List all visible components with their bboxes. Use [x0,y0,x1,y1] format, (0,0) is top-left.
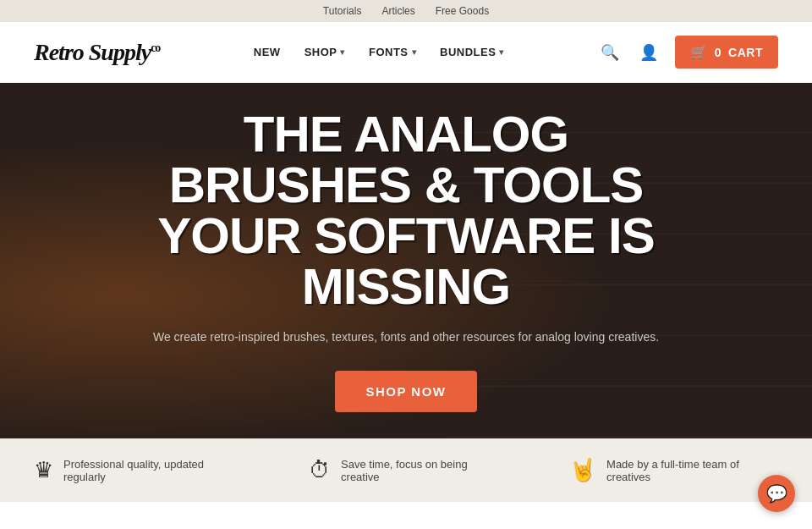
nav-shop[interactable]: SHOP ▾ [304,46,345,58]
crown-icon: ♛ [34,457,53,483]
hero-content: THE ANALOG BRUSHES & TOOLS YOUR SOFTWARE… [118,109,694,411]
account-button[interactable]: 👤 [636,40,661,65]
timer-icon: ⏱ [309,457,331,483]
search-button[interactable]: 🔍 [597,40,623,65]
bundles-chevron-icon: ▾ [499,47,504,57]
features-bar: ♛ Professional quality, updated regularl… [0,438,812,502]
main-nav: NEW SHOP ▾ FONTS ▾ BUNDLES ▾ [254,46,504,58]
top-bar: Tutorials Articles Free Goods [0,0,812,22]
shop-now-button[interactable]: SHOP NOW [335,371,476,412]
header: Retro Supplyco NEW SHOP ▾ FONTS ▾ BUNDLE… [0,22,812,83]
feature-team: 🤘 Made by a full-time team of creatives [569,457,778,483]
feature-time: ⏱ Save time, focus on being creative [309,457,502,483]
fonts-chevron-icon: ▾ [412,47,417,57]
logo-suffix: co [151,41,160,53]
user-icon: 👤 [639,44,658,61]
chat-button[interactable]: 💬 [758,475,795,512]
chat-icon: 💬 [766,483,787,504]
feature-quality: ♛ Professional quality, updated regularl… [34,457,241,483]
top-bar-tutorials[interactable]: Tutorials [323,5,362,17]
header-actions: 🔍 👤 🛒 0 CART [597,36,778,69]
rock-on-icon: 🤘 [569,457,596,483]
nav-fonts[interactable]: FONTS ▾ [369,46,416,58]
cart-button[interactable]: 🛒 0 CART [675,36,778,69]
shop-chevron-icon: ▾ [340,47,345,57]
search-icon: 🔍 [601,44,619,61]
nav-bundles[interactable]: BUNDLES ▾ [440,46,504,58]
hero-title: THE ANALOG BRUSHES & TOOLS YOUR SOFTWARE… [118,109,694,312]
cart-icon: 🛒 [690,44,708,60]
nav-new[interactable]: NEW [254,46,281,58]
logo[interactable]: Retro Supplyco [34,39,160,66]
hero-subtitle: We create retro-inspired brushes, textur… [118,328,694,346]
hero-section: THE ANALOG BRUSHES & TOOLS YOUR SOFTWARE… [0,83,812,438]
shop-section: SHOP BY SOFTWARE Save 20% PHOTOSHOP ILLU… [0,502,812,529]
top-bar-free-goods[interactable]: Free Goods [436,5,489,17]
top-bar-articles[interactable]: Articles [381,5,414,17]
